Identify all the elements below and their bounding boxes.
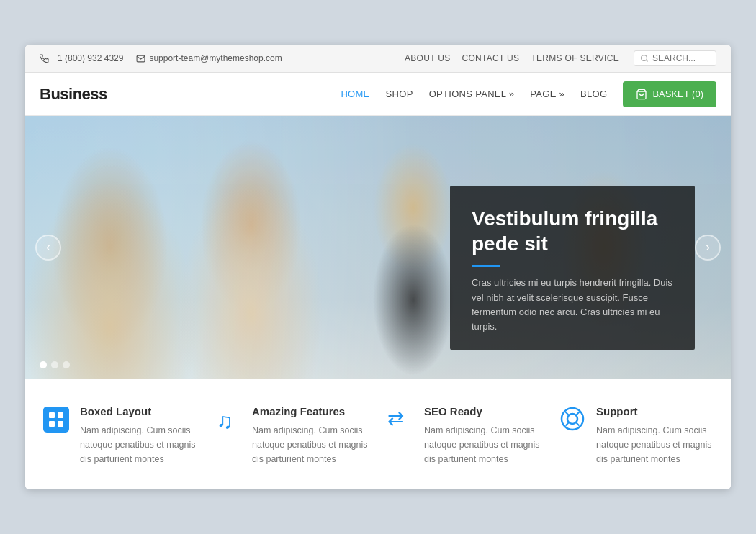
- search-icon: [640, 54, 649, 63]
- nav-options[interactable]: OPTIONS PANEL »: [429, 89, 515, 99]
- boxed-layout-icon: [42, 407, 70, 438]
- svg-line-15: [576, 412, 580, 416]
- svg-line-13: [566, 412, 570, 416]
- svg-text:♫: ♫: [217, 409, 233, 433]
- browser-frame: +1 (800) 932 4329 support-team@mythemesh…: [25, 45, 731, 489]
- main-nav: Business HOME SHOP OPTIONS PANEL » PAGE …: [25, 73, 731, 116]
- feature-seo-ready-text: SEO Ready Nam adipiscing. Cum sociis nat…: [424, 405, 541, 466]
- hero-body: Cras ultricies mi eu turpis hendrerit fr…: [472, 276, 673, 334]
- top-bar: +1 (800) 932 4329 support-team@mythemesh…: [25, 45, 731, 73]
- nav-page[interactable]: PAGE »: [530, 89, 564, 99]
- svg-rect-8: [58, 421, 63, 427]
- nav-shop[interactable]: SHOP: [386, 89, 413, 99]
- feature-support-text: Support Nam adipiscing. Cum sociis natoq…: [596, 405, 714, 466]
- seo-ready-icon: ⇄: [387, 407, 414, 435]
- feature-amazing-features: ♫ Amazing Features Nam adipiscing. Cum s…: [215, 405, 369, 466]
- slider-dot-3[interactable]: [63, 361, 70, 368]
- feature-boxed-layout: Boxed Layout Nam adipiscing. Cum sociis …: [42, 405, 197, 466]
- svg-line-1: [646, 60, 647, 61]
- topnav-about[interactable]: ABOUT US: [405, 53, 451, 63]
- top-bar-right: ABOUT US CONTACT US TERMS OF SERVICE: [405, 50, 716, 66]
- feature-boxed-layout-title: Boxed Layout: [80, 405, 197, 417]
- phone-number: +1 (800) 932 4329: [53, 53, 123, 63]
- feature-amazing-features-title: Amazing Features: [252, 405, 369, 417]
- slider-dots: [40, 361, 70, 368]
- svg-line-16: [566, 422, 570, 426]
- slider-prev-button[interactable]: ‹: [35, 235, 61, 261]
- search-input[interactable]: [652, 53, 710, 63]
- feature-boxed-layout-body: Nam adipiscing. Cum sociis natoque penat…: [80, 423, 197, 466]
- feature-amazing-features-body: Nam adipiscing. Cum sociis natoque penat…: [252, 423, 369, 466]
- feature-boxed-layout-text: Boxed Layout Nam adipiscing. Cum sociis …: [80, 405, 197, 466]
- email-icon: [136, 54, 145, 63]
- site-logo: Business: [40, 85, 107, 104]
- top-bar-left: +1 (800) 932 4329 support-team@mythemesh…: [40, 53, 282, 63]
- support-icon: [559, 407, 586, 436]
- topnav-contact[interactable]: CONTACT US: [462, 53, 519, 63]
- email-address: support-team@mythemeshop.com: [149, 53, 282, 63]
- feature-amazing-features-text: Amazing Features Nam adipiscing. Cum soc…: [252, 405, 369, 466]
- feature-support-title: Support: [596, 405, 714, 417]
- nav-home[interactable]: HOME: [341, 89, 369, 99]
- hero-slider: ‹ › Vestibulum fringilla pede sit Cras u…: [25, 116, 731, 379]
- svg-rect-5: [49, 412, 55, 418]
- search-box[interactable]: [634, 50, 716, 66]
- svg-rect-7: [49, 421, 55, 427]
- slider-next-button[interactable]: ›: [695, 235, 721, 261]
- slider-dot-1[interactable]: [40, 361, 47, 368]
- email-info: support-team@mythemeshop.com: [136, 53, 282, 63]
- svg-point-0: [642, 55, 647, 61]
- svg-line-14: [576, 422, 580, 426]
- feature-seo-ready-body: Nam adipiscing. Cum sociis natoque penat…: [424, 423, 541, 466]
- hero-title: Vestibulum fringilla pede sit: [472, 206, 673, 256]
- basket-icon: [636, 89, 647, 100]
- feature-support: Support Nam adipiscing. Cum sociis natoq…: [559, 405, 714, 466]
- svg-point-11: [562, 408, 583, 430]
- svg-text:⇄: ⇄: [387, 407, 404, 430]
- basket-label: BASKET (0): [652, 89, 703, 99]
- hero-divider: [472, 265, 500, 267]
- features-section: Boxed Layout Nam adipiscing. Cum sociis …: [25, 379, 731, 489]
- feature-seo-ready: ⇄ SEO Ready Nam adipiscing. Cum sociis n…: [387, 405, 541, 466]
- phone-info: +1 (800) 932 4329: [40, 53, 123, 63]
- svg-rect-4: [43, 407, 69, 433]
- slider-dot-2[interactable]: [51, 361, 58, 368]
- phone-icon: [40, 54, 49, 63]
- topnav-terms[interactable]: TERMS OF SERVICE: [531, 53, 619, 63]
- svg-point-12: [567, 414, 577, 424]
- hero-text-overlay: Vestibulum fringilla pede sit Cras ultri…: [450, 186, 695, 350]
- amazing-features-icon: ♫: [215, 407, 242, 438]
- top-bar-nav: ABOUT US CONTACT US TERMS OF SERVICE: [405, 53, 619, 63]
- feature-support-body: Nam adipiscing. Cum sociis natoque penat…: [596, 423, 714, 466]
- nav-links: HOME SHOP OPTIONS PANEL » PAGE » BLOG BA…: [341, 81, 716, 107]
- basket-button[interactable]: BASKET (0): [623, 81, 716, 107]
- feature-seo-ready-title: SEO Ready: [424, 405, 541, 417]
- nav-blog[interactable]: BLOG: [580, 89, 607, 99]
- svg-rect-6: [58, 412, 63, 418]
